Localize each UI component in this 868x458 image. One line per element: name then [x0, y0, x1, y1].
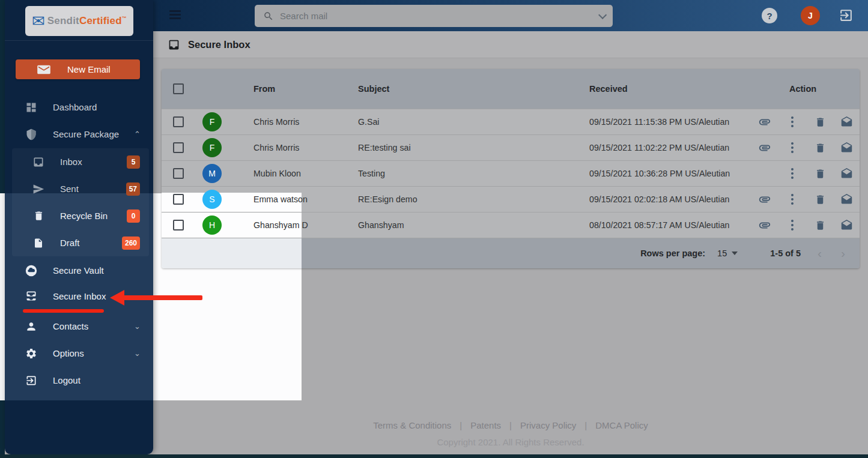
sidebar-item-inbox[interactable]: Inbox 5: [12, 148, 149, 175]
copyright-text: Copyright 2021. All Rights Reserved.: [153, 437, 868, 447]
sidebar-item-draft[interactable]: Draft 260: [12, 229, 149, 256]
open-mail-icon[interactable]: [833, 219, 860, 232]
site-footer: Terms & Conditions | Patents | Privacy P…: [153, 420, 868, 447]
search-input[interactable]: [280, 11, 592, 21]
person-icon: [24, 321, 38, 333]
col-header-subject[interactable]: Subject: [358, 84, 589, 94]
mail-table: From Subject Received Action F Chris Mor…: [162, 69, 860, 268]
page-title: Secure Inbox: [188, 39, 250, 50]
row-checkbox[interactable]: [173, 116, 184, 127]
subject-cell: RE:testing sai: [358, 143, 589, 152]
pagination-next-button[interactable]: ›: [841, 246, 845, 261]
logout-icon: [24, 375, 38, 387]
search-bar[interactable]: [255, 5, 613, 27]
inbox-icon: [168, 38, 180, 51]
new-email-button[interactable]: New Email: [16, 59, 140, 79]
recycle-count-badge: 0: [127, 209, 140, 223]
subject-cell: Testing: [358, 169, 589, 178]
more-vert-icon[interactable]: [778, 115, 807, 129]
topbar: ? J: [153, 0, 868, 31]
all-inbox-icon: [24, 290, 38, 302]
inbox-icon: [31, 156, 46, 168]
received-cell: 09/15/2021 10:36:28 PM US/Aleutian: [589, 169, 751, 178]
sidebar-item-recycle-bin[interactable]: Recycle Bin 0: [12, 202, 149, 229]
rows-per-page-label: Rows per page:: [640, 249, 705, 258]
received-cell: 08/10/2021 08:57:17 AM US/Aleutian: [589, 220, 751, 230]
file-icon: [31, 238, 46, 249]
help-button[interactable]: ?: [762, 8, 777, 23]
col-header-from[interactable]: From: [229, 84, 358, 94]
open-mail-icon[interactable]: [833, 142, 860, 154]
logo-lock-envelope-icon: ✉: [32, 13, 45, 29]
footer-link-terms[interactable]: Terms & Conditions: [373, 420, 451, 430]
left-gutter: [0, 0, 5, 458]
draft-count-badge: 260: [122, 237, 140, 250]
delete-icon[interactable]: [807, 194, 833, 205]
footer-link-privacy[interactable]: Privacy Policy: [520, 420, 576, 430]
user-avatar[interactable]: J: [801, 6, 820, 25]
avatar: F: [202, 138, 222, 157]
select-all-checkbox[interactable]: [173, 83, 184, 94]
open-mail-icon[interactable]: [833, 193, 860, 206]
row-checkbox[interactable]: [173, 194, 184, 205]
footer-link-patents[interactable]: Patents: [470, 420, 501, 430]
hamburger-icon[interactable]: [169, 10, 181, 21]
sidebar-item-options[interactable]: Options ⌄: [5, 340, 153, 367]
sent-count-badge: 57: [126, 182, 140, 196]
chevron-down-icon: ⌄: [134, 349, 141, 358]
sidebar-item-secure-inbox[interactable]: Secure Inbox: [5, 284, 153, 308]
footer-link-dmca[interactable]: DMCA Policy: [595, 420, 648, 430]
sidebar-item-secure-package[interactable]: Secure Package ⌃: [5, 121, 153, 148]
logout-icon[interactable]: [839, 8, 854, 23]
table-header-row: From Subject Received Action: [162, 69, 860, 109]
sidebar-item-logout[interactable]: Logout: [5, 367, 153, 394]
table-row[interactable]: M Mubin Kloon Testing 09/15/2021 10:36:2…: [162, 160, 860, 186]
open-mail-icon[interactable]: [833, 167, 860, 180]
from-cell: Chris Morris: [229, 143, 358, 152]
delete-icon[interactable]: [807, 116, 833, 128]
more-vert-icon[interactable]: [778, 192, 807, 206]
sidebar-item-dashboard[interactable]: Dashboard: [5, 94, 153, 121]
delete-icon[interactable]: [807, 168, 833, 179]
row-checkbox[interactable]: [173, 142, 184, 153]
sidebar-item-sent[interactable]: Sent 57: [12, 175, 149, 202]
rows-per-page-select[interactable]: 15: [717, 249, 738, 258]
logo[interactable]: ✉ SenditCertified™: [25, 6, 133, 36]
avatar: M: [202, 164, 222, 183]
help-icon: ?: [766, 11, 772, 21]
sidebar: ✉ SenditCertified™ New Email Dashboard S…: [5, 0, 153, 454]
sidebar-item-secure-vault[interactable]: Secure Vault: [5, 257, 153, 284]
delete-icon[interactable]: [807, 220, 833, 231]
from-cell: Mubin Kloon: [229, 169, 358, 178]
shield-icon: [24, 128, 38, 140]
col-header-action: Action: [751, 84, 860, 94]
table-row[interactable]: F Chris Morris G.Sai 09/15/2021 11:15:38…: [162, 109, 860, 134]
delete-icon[interactable]: [807, 142, 833, 154]
from-cell: Chris Morris: [229, 117, 358, 127]
attachment-icon: [758, 115, 771, 128]
table-row[interactable]: S Emma watson RE:Esign demo 09/15/2021 0…: [162, 186, 860, 212]
pagination-prev-button[interactable]: ‹: [818, 246, 822, 261]
sidebar-item-contacts[interactable]: Contacts ⌄: [5, 313, 153, 340]
more-vert-icon[interactable]: [778, 140, 807, 155]
subject-cell: Ghanshyam: [358, 220, 589, 230]
attachment-icon: [758, 141, 771, 154]
table-row[interactable]: H Ghanshyam D Ghanshyam 08/10/2021 08:57…: [162, 212, 860, 238]
more-vert-icon[interactable]: [778, 166, 807, 181]
col-header-received[interactable]: Received: [589, 84, 751, 94]
more-vert-icon[interactable]: [778, 218, 807, 232]
received-cell: 09/15/2021 02:02:18 AM US/Aleutian: [589, 194, 751, 204]
row-checkbox[interactable]: [173, 168, 184, 179]
open-mail-icon[interactable]: [833, 116, 860, 128]
bottom-edge-strip: [0, 454, 868, 458]
chevron-down-icon: ⌄: [134, 322, 141, 331]
chevron-up-icon: ⌃: [134, 130, 141, 139]
search-options-chevron-icon[interactable]: [598, 10, 607, 19]
send-icon: [31, 183, 46, 195]
table-row[interactable]: F Chris Morris RE:testing sai 09/15/2021…: [162, 134, 860, 160]
row-checkbox[interactable]: [173, 220, 184, 231]
received-cell: 09/15/2021 11:02:22 PM US/Aleutian: [589, 143, 751, 152]
table-pagination: Rows per page: 15 1-5 of 5 ‹ ›: [162, 238, 860, 268]
avatar: H: [202, 215, 222, 235]
envelope-icon: [37, 64, 50, 75]
